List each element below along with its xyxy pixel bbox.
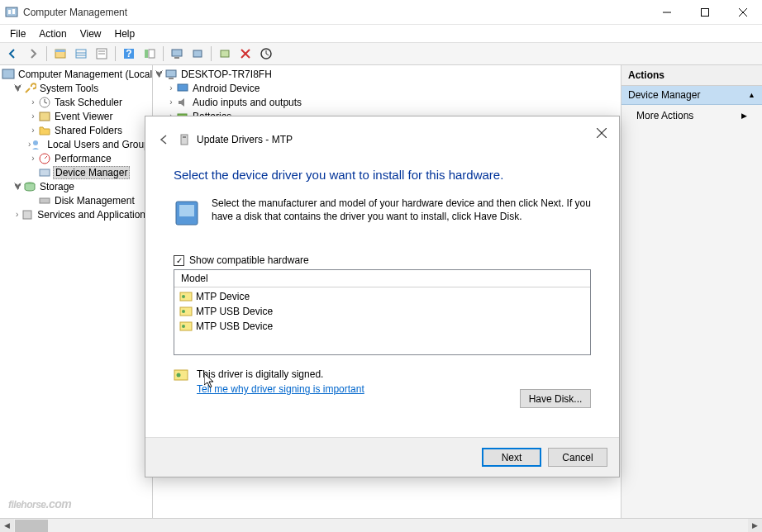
- disk-icon: [38, 194, 51, 207]
- svg-rect-43: [183, 136, 186, 138]
- signed-driver-icon: [179, 321, 193, 332]
- update-drivers-dialog: Update Drivers - MTP Select the device d…: [145, 116, 620, 477]
- expand-icon[interactable]: ›: [13, 210, 21, 219]
- svg-rect-0: [6, 7, 17, 17]
- tree-services[interactable]: ›Services and Applications: [0, 207, 152, 221]
- expand-icon[interactable]: ›: [28, 154, 38, 163]
- svg-rect-18: [149, 50, 155, 58]
- menu-action[interactable]: Action: [32, 26, 73, 41]
- menu-view[interactable]: View: [74, 26, 108, 41]
- minimize-button[interactable]: [648, 0, 686, 25]
- list-icon[interactable]: [140, 45, 159, 63]
- help-icon[interactable]: ?: [120, 45, 138, 63]
- expand-icon[interactable]: ›: [166, 97, 176, 107]
- storage-icon: [23, 180, 36, 193]
- left-tree-pane: Computer Management (Local ⮟ System Tool…: [0, 65, 153, 518]
- disable-icon[interactable]: [236, 45, 255, 63]
- forward-icon[interactable]: [24, 45, 42, 63]
- svg-rect-45: [179, 205, 194, 216]
- tree-system-tools[interactable]: ⮟ System Tools: [0, 81, 152, 95]
- svg-rect-35: [166, 70, 176, 77]
- scroll-right-icon[interactable]: ▶: [748, 519, 762, 533]
- scroll-left-icon[interactable]: ◀: [0, 519, 14, 533]
- scroll-thumb[interactable]: [15, 520, 48, 532]
- device-root[interactable]: ⮟DESKTOP-TR7I8FH: [153, 67, 621, 81]
- tree-event-viewer[interactable]: ›Event Viewer: [0, 109, 152, 123]
- model-header: Model: [174, 270, 590, 287]
- svg-rect-28: [40, 112, 50, 121]
- svg-rect-36: [169, 78, 174, 79]
- expand-icon[interactable]: ⮟: [13, 182, 23, 191]
- driver-icon: [179, 133, 192, 146]
- dialog-headline: Select the device driver you want to ins…: [174, 168, 591, 182]
- dialog-close-button[interactable]: [589, 121, 614, 145]
- app-icon: [5, 6, 18, 19]
- tree-local-users[interactable]: ›Local Users and Groups: [0, 137, 152, 151]
- update-icon[interactable]: [257, 45, 275, 63]
- computer-icon: [164, 68, 178, 81]
- device-icon[interactable]: [188, 45, 207, 63]
- signed-driver-icon: [179, 306, 193, 317]
- monitor-icon: [176, 82, 189, 95]
- properties-icon[interactable]: [93, 45, 111, 63]
- tree-performance[interactable]: ›Performance: [0, 151, 152, 165]
- menu-file[interactable]: File: [3, 26, 32, 41]
- svg-rect-42: [181, 135, 188, 145]
- clock-icon: [38, 96, 51, 109]
- expand-icon[interactable]: ⮟: [155, 69, 164, 78]
- svg-text:?: ?: [126, 48, 131, 59]
- hardware-icon: [174, 197, 200, 230]
- model-item[interactable]: MTP USB Device: [174, 304, 590, 319]
- svg-rect-20: [174, 57, 179, 59]
- view2-icon[interactable]: [72, 45, 90, 63]
- maximize-button[interactable]: [686, 0, 724, 25]
- model-listbox: Model MTP Device MTP USB Device MTP USB …: [174, 269, 591, 355]
- horizontal-scrollbar[interactable]: ◀ ▶: [0, 518, 762, 532]
- certificate-icon: [174, 368, 188, 382]
- tree-task-scheduler[interactable]: ›Task Scheduler: [0, 95, 152, 109]
- collapse-icon: ▲: [748, 91, 755, 99]
- computer-icon[interactable]: [168, 45, 186, 63]
- actions-pane: Actions Device Manager ▲ More Actions ▶: [622, 65, 762, 518]
- cancel-button[interactable]: Cancel: [548, 448, 607, 467]
- close-button[interactable]: [724, 0, 762, 25]
- signing-link[interactable]: Tell me why driver signing is important: [197, 383, 364, 395]
- dialog-instructions: Select the manufacturer and model of you…: [212, 197, 591, 230]
- compat-label[interactable]: Show compatible hardware: [189, 254, 309, 266]
- dialog-back-button[interactable]: [154, 130, 174, 150]
- window-title: Computer Management: [23, 7, 127, 18]
- next-button[interactable]: Next: [482, 448, 541, 467]
- scan-icon[interactable]: [216, 45, 234, 63]
- view1-icon[interactable]: [51, 45, 69, 63]
- svg-point-47: [182, 295, 185, 298]
- compat-checkbox[interactable]: ✓: [174, 255, 184, 266]
- svg-rect-22: [221, 50, 229, 57]
- signed-text: This driver is digitally signed.: [197, 368, 364, 380]
- actions-sub-header[interactable]: Device Manager ▲: [622, 86, 762, 105]
- expand-icon[interactable]: ›: [28, 126, 38, 135]
- tree-storage[interactable]: ⮟Storage: [0, 179, 152, 193]
- svg-rect-9: [76, 50, 86, 58]
- signed-driver-icon: [179, 291, 193, 302]
- svg-rect-52: [174, 370, 188, 380]
- tree-shared-folders[interactable]: ›Shared Folders: [0, 123, 152, 137]
- expand-icon[interactable]: ›: [166, 83, 176, 93]
- expand-icon[interactable]: ⮟: [13, 83, 23, 93]
- model-item[interactable]: MTP Device: [174, 289, 590, 304]
- menu-bar: File Action View Help: [0, 25, 762, 42]
- back-icon[interactable]: [3, 45, 21, 63]
- tree-device-manager[interactable]: Device Manager: [0, 165, 152, 179]
- expand-icon[interactable]: ›: [28, 97, 38, 107]
- svg-rect-2: [12, 9, 15, 14]
- expand-icon[interactable]: ›: [28, 112, 38, 121]
- svg-rect-4: [702, 8, 709, 16]
- tree-disk-mgmt[interactable]: Disk Management: [0, 193, 152, 207]
- tree-root[interactable]: Computer Management (Local: [0, 67, 152, 81]
- model-item[interactable]: MTP USB Device: [174, 319, 590, 334]
- menu-help[interactable]: Help: [108, 26, 142, 41]
- have-disk-button[interactable]: Have Disk...: [520, 389, 591, 408]
- speaker-icon: [176, 96, 189, 109]
- device-android[interactable]: ›Android Device: [153, 81, 621, 95]
- more-actions-item[interactable]: More Actions ▶: [622, 105, 762, 126]
- device-audio[interactable]: ›Audio inputs and outputs: [153, 95, 621, 109]
